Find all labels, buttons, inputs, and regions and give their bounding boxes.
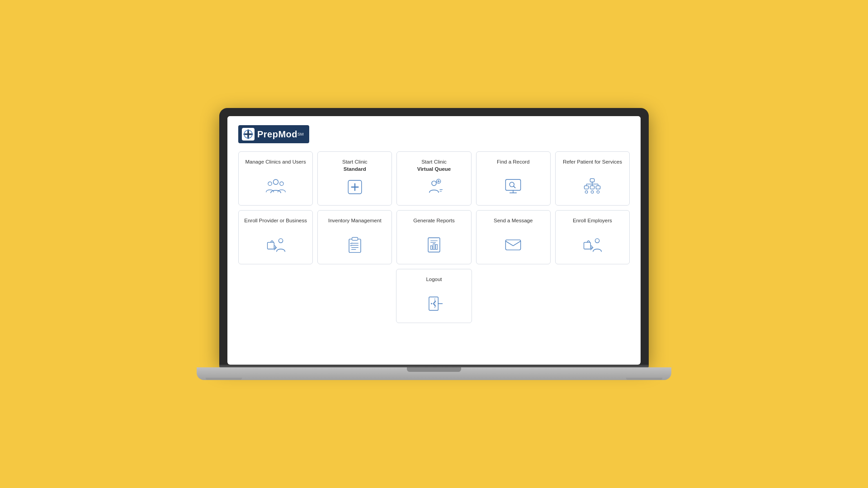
svg-rect-25 xyxy=(267,242,274,249)
find-record-icon xyxy=(501,176,525,196)
start-clinic-vq-icon xyxy=(422,177,446,197)
generate-reports-card[interactable]: Generate Reports xyxy=(396,210,471,264)
svg-point-2 xyxy=(273,179,278,184)
logout-label: Logout xyxy=(426,276,442,289)
svg-rect-34 xyxy=(428,238,440,252)
svg-rect-19 xyxy=(585,186,589,189)
logout-card[interactable]: Logout xyxy=(396,269,472,323)
card-grid-row2: Enroll Provider or Business xyxy=(238,210,630,264)
svg-rect-36 xyxy=(433,244,435,249)
logo-icon xyxy=(242,128,255,141)
start-clinic-standard-card[interactable]: Start ClinicStandard xyxy=(317,151,392,206)
logout-icon xyxy=(422,294,446,314)
refer-patient-icon xyxy=(580,176,604,196)
svg-point-23 xyxy=(591,191,594,193)
start-clinic-standard-icon xyxy=(343,177,367,197)
start-clinic-standard-label: Start ClinicStandard xyxy=(342,158,368,173)
laptop-foot-left xyxy=(206,378,242,380)
laptop-foot-right xyxy=(626,378,662,380)
enroll-provider-label: Enroll Provider or Business xyxy=(244,217,307,230)
send-message-card[interactable]: Send a Message xyxy=(476,210,551,264)
manage-clinics-icon xyxy=(264,176,288,196)
start-clinic-vq-label: Start ClinicVirtual Queue xyxy=(417,158,451,173)
send-message-icon xyxy=(501,235,525,255)
manage-clinics-label: Manage Clinics and Users xyxy=(245,158,306,172)
find-record-label: Find a Record xyxy=(497,158,529,172)
svg-point-3 xyxy=(268,182,272,185)
inventory-icon xyxy=(343,235,367,255)
inventory-label: Inventory Management xyxy=(328,217,382,230)
enroll-provider-card[interactable]: Enroll Provider or Business xyxy=(238,210,313,264)
app-content: PrepModSM Manage Clinics and Users xyxy=(227,116,641,336)
generate-reports-label: Generate Reports xyxy=(413,217,454,230)
svg-rect-37 xyxy=(436,244,438,249)
svg-rect-35 xyxy=(431,246,433,249)
enroll-employers-icon xyxy=(580,235,604,255)
svg-point-22 xyxy=(585,191,588,193)
start-clinic-vq-card[interactable]: Start ClinicVirtual Queue xyxy=(396,151,471,206)
generate-reports-icon xyxy=(422,235,446,255)
send-message-label: Send a Message xyxy=(494,217,533,230)
svg-rect-40 xyxy=(506,240,521,250)
laptop-container: PrepModSM Manage Clinics and Users xyxy=(219,108,649,380)
screen-bezel: PrepModSM Manage Clinics and Users xyxy=(219,108,649,365)
enroll-provider-icon xyxy=(264,235,288,255)
svg-point-26 xyxy=(278,239,283,243)
enroll-employers-card[interactable]: Enroll Employers xyxy=(555,210,630,264)
svg-point-4 xyxy=(279,182,283,185)
svg-rect-21 xyxy=(596,186,600,189)
svg-point-42 xyxy=(595,239,599,243)
inventory-card[interactable]: Inventory Management xyxy=(317,210,392,264)
svg-point-6 xyxy=(432,181,436,186)
screen: PrepModSM Manage Clinics and Users xyxy=(227,116,641,365)
logo-sm: SM xyxy=(297,132,304,136)
laptop-notch xyxy=(407,367,461,372)
enroll-employers-label: Enroll Employers xyxy=(573,217,612,230)
manage-clinics-card[interactable]: Manage Clinics and Users xyxy=(238,151,313,206)
laptop-base xyxy=(197,367,671,380)
logo-bar: PrepModSM xyxy=(238,125,630,143)
svg-rect-41 xyxy=(584,242,591,249)
logo-text: PrepMod xyxy=(257,129,297,140)
logo[interactable]: PrepModSM xyxy=(238,125,309,143)
refer-patient-label: Refer Patient for Services xyxy=(563,158,622,172)
svg-rect-29 xyxy=(352,237,358,240)
find-record-card[interactable]: Find a Record xyxy=(476,151,551,206)
svg-rect-8 xyxy=(506,179,521,190)
svg-rect-20 xyxy=(590,186,594,189)
refer-patient-card[interactable]: Refer Patient for Services xyxy=(555,151,630,206)
svg-line-12 xyxy=(514,186,515,188)
svg-point-24 xyxy=(597,191,600,193)
svg-rect-13 xyxy=(590,178,594,182)
svg-point-47 xyxy=(431,303,432,305)
card-grid-bottom: Logout xyxy=(238,269,630,323)
card-grid-row1: Manage Clinics and Users xyxy=(238,151,630,206)
